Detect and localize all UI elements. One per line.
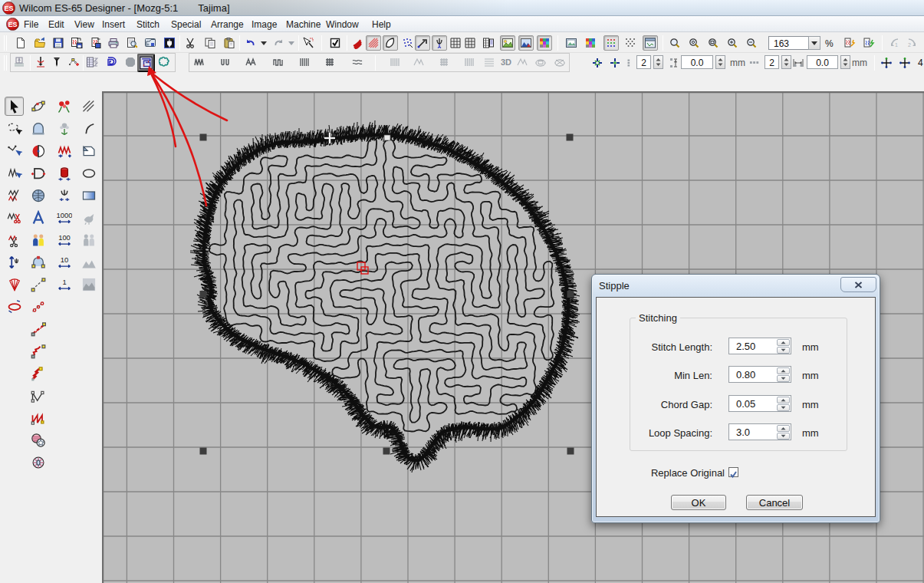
svg-text:3D: 3D <box>501 58 511 67</box>
svg-text:100: 100 <box>58 234 71 242</box>
svg-text:1: 1 <box>62 278 66 286</box>
svg-text:1: 1 <box>895 42 898 48</box>
svg-text:1000: 1000 <box>57 212 72 219</box>
svg-text:2: 2 <box>908 42 911 48</box>
svg-text:10: 10 <box>61 256 68 264</box>
